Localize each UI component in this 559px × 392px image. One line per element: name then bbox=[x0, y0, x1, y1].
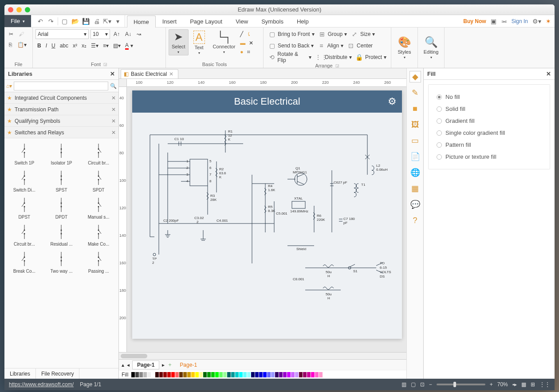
palette-swatch[interactable] bbox=[215, 372, 219, 377]
undo-button[interactable]: ↶ bbox=[35, 16, 45, 26]
palette-swatch[interactable] bbox=[303, 372, 307, 377]
library-shape[interactable]: Manual s... bbox=[80, 195, 117, 220]
curve-text-button[interactable]: ↝ bbox=[135, 29, 143, 39]
library-shape[interactable]: Switch 1P bbox=[6, 141, 43, 166]
crop-tool[interactable]: ⌗ bbox=[247, 49, 250, 55]
print-button[interactable]: 🖨 bbox=[92, 16, 102, 26]
page-pane-button[interactable]: 📄 bbox=[409, 151, 421, 162]
export-button[interactable]: ⇱▾ bbox=[102, 16, 112, 26]
minimize-window[interactable] bbox=[16, 7, 22, 12]
protect-button[interactable]: 🔒Protect▾ bbox=[354, 52, 388, 62]
align-button[interactable]: ≡Align▾ bbox=[315, 41, 345, 51]
table-pane-button[interactable]: ▦ bbox=[409, 183, 421, 194]
palette-swatch[interactable] bbox=[167, 372, 171, 377]
tab-insert[interactable]: Insert bbox=[156, 15, 184, 27]
status-icon-2[interactable]: ▦ bbox=[521, 381, 526, 388]
palette-swatch[interactable] bbox=[271, 372, 275, 377]
picture-pane-button[interactable]: 🖼 bbox=[409, 119, 421, 130]
palette-swatch[interactable] bbox=[195, 372, 199, 377]
bold-button[interactable]: B bbox=[35, 41, 43, 51]
underline-button[interactable]: U bbox=[50, 41, 57, 51]
zoom-slider[interactable] bbox=[437, 384, 485, 385]
tab-symbols[interactable]: Symbols bbox=[255, 15, 290, 27]
palette-swatch[interactable] bbox=[247, 372, 251, 377]
palette-swatch[interactable] bbox=[291, 372, 295, 377]
app-logo-icon[interactable]: ✶ bbox=[546, 18, 551, 25]
palette-swatch[interactable] bbox=[143, 372, 147, 377]
library-category-switches[interactable]: ★Switches and Relays✕ bbox=[4, 127, 118, 138]
add-page-button[interactable]: ＋ bbox=[167, 361, 173, 368]
palette-swatch[interactable] bbox=[315, 372, 319, 377]
buy-now-link[interactable]: Buy Now bbox=[463, 18, 486, 24]
subscript-button[interactable]: x₂ bbox=[80, 41, 88, 51]
fill-option[interactable]: No fill bbox=[437, 91, 542, 103]
palette-swatch[interactable] bbox=[191, 372, 195, 377]
library-category-ic[interactable]: ★Integrated Circuit Components✕ bbox=[4, 92, 118, 104]
library-shape[interactable]: DPST bbox=[6, 195, 43, 220]
font-color-button[interactable]: A▾ bbox=[123, 41, 135, 51]
palette-swatch[interactable] bbox=[255, 372, 259, 377]
settings-icon[interactable]: ⚙▾ bbox=[532, 18, 541, 25]
size-button[interactable]: ⤢Size▾ bbox=[349, 29, 377, 39]
palette-swatch[interactable] bbox=[259, 372, 263, 377]
copy-button[interactable]: ⎘ bbox=[7, 40, 14, 50]
rotate-flip-button[interactable]: ⟲Rotate & Flip▾ bbox=[266, 52, 313, 62]
library-shape[interactable]: SPST bbox=[43, 168, 80, 193]
canvas[interactable]: Basic Electrical ⚙ C1 10 bbox=[127, 87, 406, 352]
page-settings-icon[interactable]: ⚙ bbox=[388, 96, 397, 107]
page-tab-1[interactable]: Page-1 bbox=[132, 361, 159, 369]
library-category-qualifying[interactable]: ★Qualifying Symbols✕ bbox=[4, 115, 118, 127]
palette-swatch[interactable] bbox=[183, 372, 187, 377]
tab-view[interactable]: View bbox=[229, 15, 255, 27]
share-icon[interactable]: ⫘ bbox=[501, 18, 507, 25]
palette-swatch[interactable] bbox=[227, 372, 231, 377]
library-shape[interactable]: Circuit br... bbox=[6, 222, 43, 247]
font-size-select[interactable]: 10▾ bbox=[91, 29, 110, 39]
palette-swatch[interactable] bbox=[175, 372, 179, 377]
library-shape[interactable]: Switch Di... bbox=[6, 168, 43, 193]
palette-swatch[interactable] bbox=[275, 372, 279, 377]
qat-more[interactable]: ▾ bbox=[113, 16, 123, 26]
page-nav-up[interactable]: ▴ bbox=[122, 362, 124, 368]
oval-tool[interactable]: ● bbox=[240, 49, 243, 55]
fill-option[interactable]: Single color gradient fill bbox=[437, 127, 542, 139]
palette-swatch[interactable] bbox=[251, 372, 255, 377]
font-dialog-launcher[interactable]: ◲ bbox=[103, 62, 107, 67]
palette-swatch[interactable] bbox=[267, 372, 271, 377]
palette-swatch[interactable] bbox=[135, 372, 139, 377]
arrange-dialog-launcher[interactable]: ◲ bbox=[335, 63, 339, 68]
zoom-level[interactable]: 70% bbox=[497, 381, 508, 388]
library-category-transmission[interactable]: ★Transmission Path✕ bbox=[4, 104, 118, 115]
palette-swatch[interactable] bbox=[207, 372, 211, 377]
library-search-input[interactable] bbox=[14, 82, 108, 90]
palette-swatch[interactable] bbox=[243, 372, 247, 377]
redo-button[interactable]: ↷ bbox=[46, 16, 56, 26]
file-recovery-tab[interactable]: File Recovery bbox=[36, 368, 79, 379]
distribute-button[interactable]: ⋮⋮Distribute▾ bbox=[313, 52, 354, 62]
grow-font-button[interactable]: A↑ bbox=[112, 29, 122, 39]
select-tool[interactable]: ➤Select▾ bbox=[169, 29, 189, 55]
page-nav-right[interactable]: ▸ bbox=[162, 362, 165, 368]
palette-swatch[interactable] bbox=[295, 372, 299, 377]
palette-swatch[interactable] bbox=[139, 372, 143, 377]
palette-swatch[interactable] bbox=[163, 372, 167, 377]
palette-swatch[interactable] bbox=[231, 372, 235, 377]
view-mode-icon[interactable]: ▥ bbox=[402, 381, 406, 388]
file-menu[interactable]: File ▾ bbox=[4, 15, 31, 27]
open-button[interactable]: 📂 bbox=[71, 16, 80, 26]
status-icon-3[interactable]: ⊞ bbox=[531, 381, 535, 388]
send-to-back-button[interactable]: ▢Send to Back▾ bbox=[266, 41, 315, 51]
palette-swatch[interactable] bbox=[187, 372, 191, 377]
fit-page-icon[interactable]: ⊡ bbox=[420, 381, 425, 388]
page-nav-left[interactable]: ◂ bbox=[127, 362, 130, 368]
arc-tool[interactable]: ⤹ bbox=[247, 31, 251, 37]
palette-swatch[interactable] bbox=[279, 372, 283, 377]
shrink-font-button[interactable]: A↓ bbox=[123, 29, 133, 39]
tab-home[interactable]: Home bbox=[127, 16, 156, 27]
fill-option[interactable]: Solid fill bbox=[437, 103, 542, 115]
document-tab[interactable]: ◧Basic Electrical✕ bbox=[121, 69, 178, 78]
zoom-in-button[interactable]: + bbox=[490, 381, 493, 388]
library-shape[interactable]: Circuit br... bbox=[80, 141, 117, 166]
cloud-icon[interactable]: ▣ bbox=[491, 18, 496, 25]
status-icon-4[interactable]: ⋮⋮ bbox=[539, 381, 550, 388]
